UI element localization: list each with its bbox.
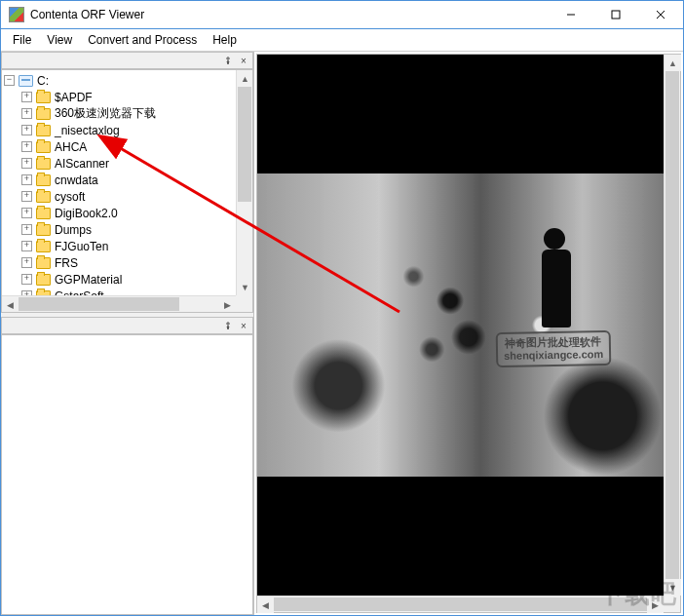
tree-folder[interactable]: +GstarSoft [2,288,236,295]
tree-label: FJGuoTen [55,240,108,253]
expand-icon[interactable]: + [21,241,32,251]
tree-label: $APDF [55,91,93,104]
thumbnail-panel: × [1,313,253,615]
expand-icon[interactable]: + [21,257,32,268]
tree-label: GGPMaterial [55,273,122,287]
image-viewer: 神奇图片批处理软件 shenqixiangce.com ▲ ▼ ◀ ▶ [256,54,681,613]
tree-folder[interactable]: +AIScanner [2,155,236,172]
tree-label: DigiBook2.0 [55,207,118,220]
maximize-button[interactable] [593,1,638,28]
tree-folder[interactable]: +FRS [2,254,236,271]
image-canvas[interactable]: 神奇图片批处理软件 shenqixiangce.com [257,55,664,596]
scroll-thumb[interactable] [665,71,679,579]
menu-file[interactable]: File [5,31,39,49]
thumbnail-area[interactable] [1,334,253,615]
watermark-stamp: 神奇图片批处理软件 shenqixiangce.com [495,330,611,367]
window-title: Contenta ORF Viewer [30,8,549,21]
expand-icon[interactable]: + [21,174,32,185]
folder-icon [36,208,51,219]
menu-convert-and-process[interactable]: Convert and Process [80,31,205,49]
folder-icon [36,141,51,153]
expand-icon[interactable]: + [21,158,32,169]
tree-root-drive[interactable]: − C: [2,72,236,89]
expand-icon[interactable]: + [21,191,32,202]
scroll-thumb[interactable] [19,297,179,311]
expand-icon[interactable]: + [21,92,32,102]
menu-bar: File View Convert and Process Help [0,29,684,51]
expand-icon[interactable]: + [21,224,32,235]
scroll-up-icon[interactable]: ▲ [237,70,253,87]
folder-icon [36,274,51,286]
folder-icon [36,125,51,136]
tree-horizontal-scrollbar[interactable]: ◀ ▶ [2,295,236,312]
tree-folder[interactable]: +GGPMaterial [2,271,236,288]
tree-root-label: C: [37,74,49,88]
watermark-line1: 神奇图片批处理软件 [503,335,602,350]
tree-folder[interactable]: +360极速浏览器下载 [2,105,236,122]
tree-label: FRS [55,256,78,270]
scrollbar-corner [236,295,252,312]
tree-label: cnwdata [55,173,98,187]
watermark-line2: shenqixiangce.com [504,348,603,363]
tree-folder[interactable]: +Dumps [2,221,236,238]
expand-icon[interactable]: + [21,125,32,135]
folder-icon [36,158,51,170]
scroll-left-icon[interactable]: ◀ [257,597,274,613]
drive-icon [19,75,33,87]
scroll-left-icon[interactable]: ◀ [2,296,19,313]
expand-icon[interactable]: + [21,208,32,218]
tree-folder[interactable]: +$APDF [2,89,236,105]
tree-folder[interactable]: +FJGuoTen [2,238,236,254]
expand-icon[interactable]: + [21,108,32,119]
collapse-icon[interactable]: − [4,75,15,86]
left-column: × − C: +$APDF +360极速浏览器下载 +_nisectaxlog … [1,52,254,615]
folder-icon [36,92,51,103]
tree-label: _nisectaxlog [55,124,120,137]
scroll-down-icon[interactable]: ▼ [237,279,253,295]
scroll-up-icon[interactable]: ▲ [665,55,681,71]
tree-panel-header: × [1,52,253,69]
folder-icon [36,241,51,252]
tree-folder[interactable]: +_nisectaxlog [2,122,236,138]
tree-label: 360极速浏览器下载 [55,105,156,122]
panel-close-icon[interactable]: × [237,54,250,67]
scroll-thumb[interactable] [238,87,251,202]
image-viewer-panel: 神奇图片批处理软件 shenqixiangce.com ▲ ▼ ◀ ▶ 下载吧 [254,52,683,615]
folder-icon [36,191,51,203]
title-bar: Contenta ORF Viewer [0,0,684,29]
folder-tree-panel: × − C: +$APDF +360极速浏览器下载 +_nisectaxlog … [1,52,253,313]
menu-help[interactable]: Help [205,31,245,49]
viewer-vertical-scrollbar[interactable]: ▲ ▼ [664,55,680,596]
folder-tree[interactable]: − C: +$APDF +360极速浏览器下载 +_nisectaxlog +A… [1,69,253,313]
main-area: × − C: +$APDF +360极速浏览器下载 +_nisectaxlog … [0,52,684,616]
svg-rect-1 [612,11,620,19]
tree-label: cysoft [55,190,85,204]
tree-label: AIScanner [55,157,109,171]
panel-close-icon[interactable]: × [237,319,250,332]
folder-icon [36,224,51,236]
thumbnail-panel-header: × [1,317,253,334]
menu-view[interactable]: View [39,31,80,49]
tree-label: AHCA [55,140,87,154]
expand-icon[interactable]: + [21,274,32,285]
tree-folder[interactable]: +DigiBook2.0 [2,205,236,221]
minimize-button[interactable] [549,1,593,28]
expand-icon[interactable]: + [21,141,32,152]
folder-icon [36,174,51,186]
folder-icon [36,257,51,269]
tree-folder[interactable]: +cnwdata [2,172,236,188]
app-icon [9,7,24,22]
corner-watermark: 下载吧 [598,577,677,611]
pin-icon[interactable] [221,319,235,332]
tree-vertical-scrollbar[interactable]: ▲ ▼ [236,70,252,295]
scroll-thumb[interactable] [274,597,647,611]
tree-folder[interactable]: +AHCA [2,138,236,155]
scroll-right-icon[interactable]: ▶ [219,296,236,313]
folder-icon [36,108,51,120]
close-button[interactable] [638,1,683,28]
pin-icon[interactable] [221,54,235,67]
tree-folder[interactable]: +cysoft [2,188,236,205]
window-controls [549,1,683,28]
tree-label: Dumps [55,223,92,237]
preview-image: 神奇图片批处理软件 shenqixiangce.com [257,173,664,477]
